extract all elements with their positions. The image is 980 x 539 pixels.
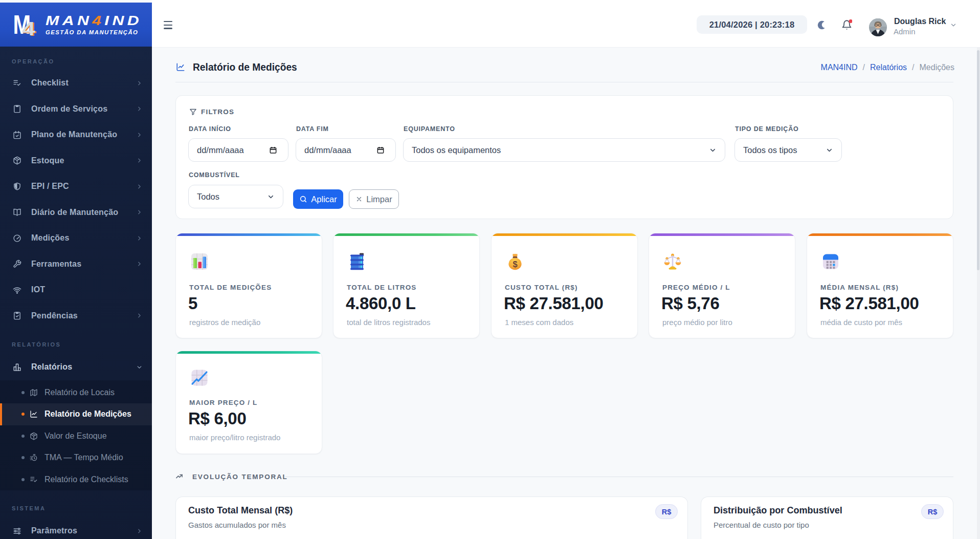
svg-text:$: $ <box>513 260 517 269</box>
svg-text:4: 4 <box>22 18 35 36</box>
